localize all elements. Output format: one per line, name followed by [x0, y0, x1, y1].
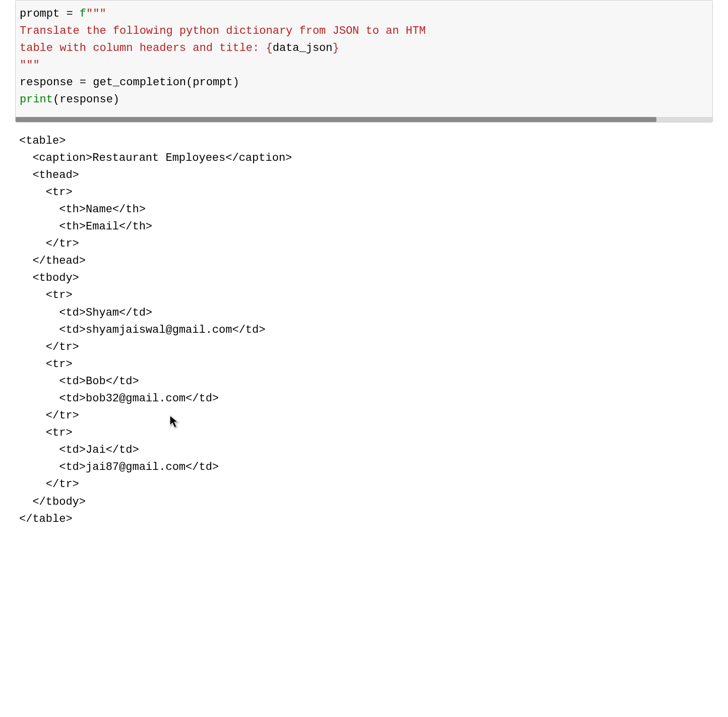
output-cell: <table> <caption>Restaurant Employees</c…	[0, 123, 728, 548]
code-token: (prompt)	[186, 76, 239, 89]
output-line: </table>	[19, 513, 73, 525]
output-line: </tr>	[19, 237, 79, 250]
code-token: }	[333, 42, 339, 54]
output-line: <tr>	[19, 427, 73, 439]
notebook-view: prompt = f""" Translate the following py…	[0, 0, 728, 548]
output-line: </tr>	[19, 409, 79, 422]
output-line: </thead>	[19, 255, 86, 267]
code-token: """	[20, 59, 40, 72]
code-token: prompt	[20, 8, 59, 20]
code-cell-editor[interactable]: prompt = f""" Translate the following py…	[16, 1, 712, 117]
output-line: <td>jai87@gmail.com</td>	[19, 461, 219, 473]
output-line: <thead>	[19, 169, 79, 182]
output-line: </tr>	[19, 478, 79, 491]
output-line: <table>	[19, 135, 66, 147]
output-line: <th>Email</th>	[19, 220, 152, 233]
code-token: data_json	[273, 42, 333, 54]
output-line: <tbody>	[19, 272, 79, 284]
output-line: <td>shyamjaiswal@gmail.com</td>	[19, 324, 265, 336]
code-token: table with column headers and title:	[20, 42, 266, 54]
output-line: <td>Shyam</td>	[19, 307, 152, 319]
output-line: <td>bob32@gmail.com</td>	[19, 392, 219, 405]
output-line: </tbody>	[19, 496, 86, 508]
code-token: print	[20, 93, 53, 106]
code-token: =	[73, 76, 93, 89]
output-line: <tr>	[19, 289, 73, 302]
code-token: (response)	[53, 93, 119, 106]
output-line: </tr>	[19, 341, 79, 353]
code-token: f	[80, 8, 86, 20]
code-token: {	[266, 42, 272, 54]
output-line: <caption>Restaurant Employees</caption>	[19, 152, 292, 164]
output-line: <td>Bob</td>	[19, 375, 139, 388]
output-line: <tr>	[19, 358, 73, 371]
output-line: <tr>	[19, 186, 73, 199]
scrollbar-thumb[interactable]	[16, 117, 656, 122]
code-token: get_completion	[93, 76, 186, 89]
output-line: <th>Name</th>	[19, 203, 146, 216]
code-cell[interactable]: prompt = f""" Translate the following py…	[15, 0, 713, 123]
code-token: response	[20, 76, 73, 89]
horizontal-scrollbar[interactable]	[16, 117, 712, 122]
code-token: =	[59, 8, 80, 20]
output-line: <td>Jai</td>	[19, 444, 139, 456]
code-token: Translate the following python dictionar…	[20, 25, 426, 37]
code-token: """	[86, 8, 106, 20]
